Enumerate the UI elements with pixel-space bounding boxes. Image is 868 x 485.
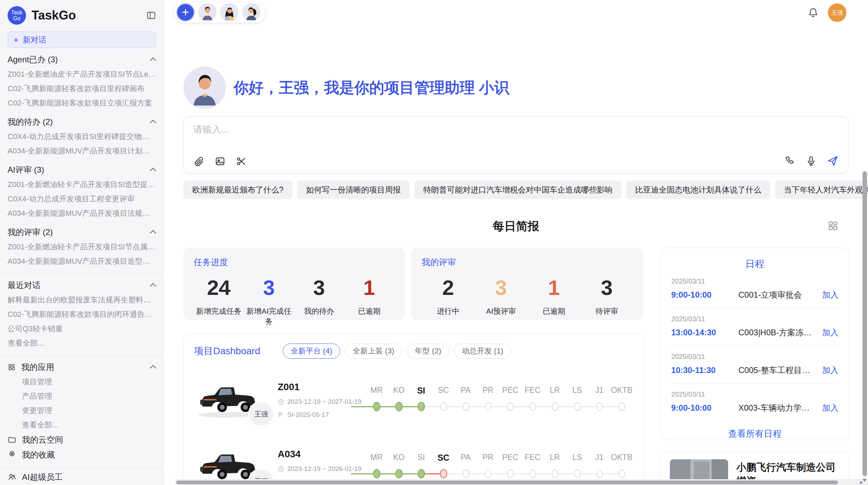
suggestion-chip[interactable]: 当下年轻人对汽车外观有怎样的喜好趋势: [775, 181, 868, 199]
schedule-time: 13:00-14:30: [671, 328, 738, 337]
sidebar-task-item[interactable]: C0X4-动力总成开发项目SI里程碑提交物检查: [8, 129, 156, 144]
new-chat-button[interactable]: + 新对话: [8, 32, 156, 48]
sidebar-task-item[interactable]: Z001-全新燃油皮卡产品开发项目SI节点Lesson Learn报告: [8, 67, 156, 82]
milestone-KO: KO: [388, 386, 410, 412]
milestone-PEC: PEC: [499, 386, 521, 412]
layout-grid-icon[interactable]: [827, 220, 839, 232]
recent-chat-item[interactable]: 解释最新出台的欧盟报废车法规再生塑料比例被调至15%...: [8, 293, 156, 307]
filter-pill[interactable]: 动总开发 (1): [454, 344, 511, 359]
suggestion-chip[interactable]: 特朗普可能对进口汽车增税会对中国车企造成哪些影响: [414, 181, 622, 199]
chevron-up-icon[interactable]: [150, 167, 156, 174]
horizontal-scrollbar[interactable]: [175, 479, 868, 485]
milestone-dot-row: [521, 401, 544, 412]
suggestion-chip[interactable]: 欧洲新规最近颁布了什么?: [183, 181, 292, 199]
chevron-up-icon[interactable]: [150, 230, 156, 236]
image-icon[interactable]: [215, 156, 226, 167]
collapse-sidebar-icon[interactable]: [146, 11, 156, 20]
join-meeting-link[interactable]: 加入: [822, 327, 839, 338]
app-logo: Task Go: [8, 6, 26, 25]
milestone-dot-row: [388, 468, 410, 480]
main-area: + 王强: [164, 0, 868, 485]
join-meeting-link[interactable]: 加入: [822, 402, 839, 413]
chevron-up-icon[interactable]: [150, 283, 156, 289]
join-meeting-link[interactable]: 加入: [822, 365, 839, 376]
section-title: 最近对话: [8, 280, 40, 291]
milestone-dot: [418, 469, 425, 478]
filter-pill[interactable]: 全新平台 (4): [283, 344, 340, 359]
sidebar-item-favorites[interactable]: 我的收藏: [8, 447, 156, 462]
project-row-a034[interactable]: 王强 A034 2023-12-19 ~ 2026-01-19: [194, 442, 633, 485]
scroll-down-arrow[interactable]: [863, 479, 867, 482]
milestone-dot-row: [566, 468, 588, 480]
input-actions: [784, 155, 839, 167]
scissors-icon[interactable]: [236, 156, 247, 167]
milestone-dot-row: [566, 401, 588, 412]
sidebar-task-item[interactable]: C02-飞腾新能源轻客改款项目里程碑画布: [8, 82, 156, 96]
send-icon[interactable]: [827, 155, 839, 167]
sidebar-task-item[interactable]: Z001-全新燃油轻卡产品开发项目SI造型提交物评审: [8, 177, 156, 192]
horizontal-scrollbar-thumb[interactable]: [176, 481, 838, 484]
my-app-item[interactable]: 产品管理: [8, 389, 156, 403]
phone-icon[interactable]: [784, 156, 795, 166]
apps-view-all-link[interactable]: 查看全部...: [8, 418, 156, 432]
view-all-schedule-link[interactable]: 查看所有日程: [671, 428, 839, 440]
section-header-3[interactable]: 我的评审 (2): [8, 225, 156, 240]
chevron-up-icon[interactable]: [150, 57, 156, 63]
sidebar-task-item[interactable]: A034-全新新能源MUV产品开发项目造型可行性评审: [8, 254, 156, 269]
section-my-apps[interactable]: 我的应用: [8, 360, 156, 375]
milestone-label: MR: [371, 386, 383, 396]
stat-overdue: 1 已逾期: [344, 275, 394, 327]
sidebar-task-item[interactable]: C02-飞腾新能源轻客改款项目立项汇报方案: [8, 96, 156, 110]
greeting-text: 你好，王强，我是你的项目管理助理 小识: [233, 78, 509, 98]
user-avatar[interactable]: 王强: [828, 3, 846, 22]
chevron-up-icon[interactable]: [150, 120, 156, 126]
recent-chat-item[interactable]: C02-飞腾新能源轻客改款项目的闭环通告反馈情况: [8, 307, 156, 322]
female-assistant-avatar-long-hair[interactable]: [220, 3, 239, 22]
filter-pill[interactable]: 全新上装 (3): [345, 344, 402, 359]
milestone-dot-row: [544, 468, 566, 480]
sidebar-task-item[interactable]: A034-全新新能源MUV产品开发项目法规符合性评审: [8, 206, 156, 221]
female-assistant-avatar-bun[interactable]: [242, 3, 261, 22]
section-recent-chats[interactable]: 最近对话: [8, 278, 156, 293]
schedule-time: 10:30-11:30: [671, 365, 738, 375]
chat-input[interactable]: [193, 124, 839, 135]
milestone-dot-row: [544, 401, 566, 412]
sidebar-item-ai-super-staff[interactable]: AI超级员工: [8, 470, 156, 485]
recent-view-all-link[interactable]: 查看全部...: [8, 336, 156, 350]
milestone-dot: [395, 402, 402, 411]
microphone-icon[interactable]: [806, 156, 817, 166]
male-assistant-avatar[interactable]: [198, 3, 217, 22]
sidebar-task-item[interactable]: C0X4-动力总成开发项目工程变更评审: [8, 192, 156, 206]
sidebar-task-item[interactable]: A034-全新新能源MUV产品开发项目计划变更表编写: [8, 144, 156, 158]
suggestion-chip[interactable]: 如何写一份清晰的项目周报: [297, 181, 410, 199]
schedule-item: 2025/03/1113:00-14:30C003|H0B-方案冻结评审加入: [671, 308, 839, 346]
join-meeting-link[interactable]: 加入: [822, 289, 839, 300]
filter-pill[interactable]: 年型 (2): [407, 344, 449, 359]
milestone-dot-row: [521, 468, 544, 480]
section-header-0[interactable]: Agent已办 (3): [8, 52, 156, 67]
milestone-dot-row: [432, 468, 455, 480]
input-toolbar: [193, 156, 247, 167]
my-app-item[interactable]: 项目管理: [8, 375, 156, 389]
attachment-icon[interactable]: [193, 156, 204, 167]
milestone-label: SI: [418, 453, 425, 463]
chevron-up-icon[interactable]: [150, 365, 156, 371]
suggestion-chip[interactable]: 比亚迪全固态电池计划具体说了什么: [626, 181, 770, 199]
section-header-1[interactable]: 我的待办 (2): [8, 114, 156, 129]
sidebar-item-cloud-space[interactable]: 我的云空间: [8, 432, 156, 447]
schedule-item: 2025/03/119:00-10:00C001-立项审批会加入: [671, 271, 839, 308]
recent-chat-item[interactable]: 公司Q3轻卡销量: [8, 322, 156, 336]
vertical-scrollbar-thumb[interactable]: [863, 171, 867, 476]
milestone-label: J1: [595, 453, 603, 463]
section-header-2[interactable]: AI评审 (3): [8, 162, 156, 177]
my-app-item[interactable]: 变更管理: [8, 403, 156, 418]
project-row-z001[interactable]: 王强 Z001 2023-12-19 ~ 2027-01-19: [194, 374, 633, 426]
milestone-dot: [529, 402, 536, 411]
schedule-card: 日程 2025/03/119:00-10:00C001-立项审批会加入2025/…: [661, 248, 849, 440]
milestone-dot: [507, 402, 514, 411]
sidebar-task-item[interactable]: Z001-全新燃油轻卡产品开发项目SI节点属性5D文件评审: [8, 240, 156, 254]
add-agent-button[interactable]: +: [176, 3, 195, 22]
dashboard-title: 项目Dashboard: [194, 345, 260, 358]
milestone-dot-row: [611, 468, 633, 480]
notification-bell-icon[interactable]: [808, 8, 818, 18]
